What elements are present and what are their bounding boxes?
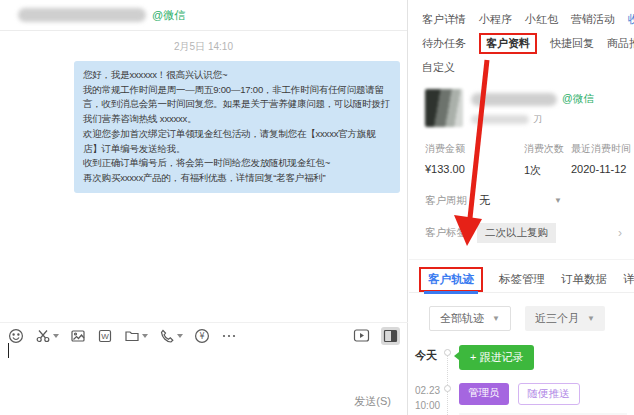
- stat-last-time: 最近消费时间 2020-11-12: [571, 142, 634, 178]
- tag-label: 客户标签: [425, 226, 467, 240]
- svg-text:¥: ¥: [199, 332, 204, 341]
- folder-dropdown-caret[interactable]: [142, 334, 148, 338]
- chevron-right-icon[interactable]: ›: [618, 226, 622, 240]
- collapse-label: 收起: [628, 12, 634, 27]
- tab-customer-details[interactable]: 客户详情: [422, 12, 466, 27]
- stat-last-time-value: 2020-11-12: [571, 163, 634, 175]
- timeline-dot: [444, 385, 451, 392]
- panel-sub-tabs: 客户轨迹 标签管理 订单数据 详细资料: [409, 259, 634, 293]
- collapse-button[interactable]: 收起: [628, 12, 634, 27]
- filter-all-trajectory[interactable]: 全部轨迹 ▼: [429, 306, 511, 331]
- panel-tabs-row1: 客户详情 小程序 小红包 营销活动 收起: [419, 12, 634, 27]
- customer-tag-chip[interactable]: 二次以上复购: [477, 223, 556, 243]
- cycle-dropdown-caret[interactable]: ▼: [554, 196, 562, 205]
- panel-tabs-row3: 自定义: [419, 60, 634, 75]
- entry-badges: 管理员 随便推送: [459, 383, 580, 405]
- folder-icon[interactable]: [124, 328, 148, 344]
- entry-time: 10:00: [415, 400, 440, 411]
- stat-amount: 消费金额 ¥133.00: [425, 142, 524, 178]
- filter-caret-icon: ▼: [587, 314, 595, 323]
- emoji-icon[interactable]: [8, 328, 24, 344]
- received-message-bubble: 您好，我是xxxxxx！很高兴认识您~ 我的常规工作时间是周一—周五9:00—1…: [74, 61, 400, 193]
- chat-input-toolbar: W ¥: [0, 322, 408, 348]
- app-window: { "watermark": { "text": "广深湾信息nzyRZ74" …: [0, 0, 634, 415]
- side-panel-toggle-icon[interactable]: [381, 327, 400, 345]
- more-tools-icon[interactable]: [221, 328, 237, 344]
- stat-count-label: 消费次数: [524, 142, 571, 156]
- customer-side-panel: 客户详情 小程序 小红包 营销活动 收起 待办任务 客户资料 快捷回复 商品推荐…: [409, 0, 634, 415]
- avatar: [425, 89, 463, 127]
- timeline-line: [447, 353, 448, 415]
- screenshot-dropdown-caret[interactable]: [53, 334, 59, 338]
- video-message-icon[interactable]: [353, 328, 370, 343]
- customer-wechat-tag: @微信: [562, 92, 594, 106]
- contact-wechat-tag: @微信: [152, 8, 185, 23]
- customer-tag-row: 客户标签 二次以上复购 ›: [425, 223, 624, 243]
- panel-tabs-row2: 待办任务 客户资料 快捷回复 商品推荐: [419, 36, 634, 51]
- screenshot-icon[interactable]: [35, 328, 59, 344]
- filter-caret-icon: ▼: [492, 314, 500, 323]
- stat-amount-value: ¥133.00: [425, 163, 524, 175]
- chat-pane: @微信 2月5日 14:10 您好，我是xxxxxx！很高兴认识您~ 我的常规工…: [0, 0, 408, 415]
- filter-range-label: 近三个月: [535, 311, 579, 326]
- timeline-entry-datetime: 02.23 10:00: [415, 383, 440, 413]
- sub-tab-order-data[interactable]: 订单数据: [561, 272, 607, 287]
- sub-tab-tag-management[interactable]: 标签管理: [499, 272, 545, 287]
- tab-red-packet[interactable]: 小红包: [525, 12, 558, 27]
- tab-product-recommend[interactable]: 商品推荐: [607, 36, 634, 51]
- customer-id-suffix: 刀: [533, 113, 542, 126]
- file-word-icon[interactable]: W: [97, 328, 113, 344]
- image-icon[interactable]: [70, 328, 86, 344]
- sub-tab-trajectory-box: 客户轨迹: [419, 267, 483, 292]
- customer-name-redacted: [471, 93, 557, 106]
- panel-tabs: 客户详情 小程序 小红包 营销活动 收起 待办任务 客户资料 快捷回复 商品推荐…: [409, 0, 634, 75]
- stat-last-time-label: 最近消费时间: [571, 142, 634, 156]
- tab-custom[interactable]: 自定义: [422, 60, 455, 75]
- customer-profile-card: @微信 刀: [425, 89, 634, 127]
- admin-badge: 管理员: [459, 383, 509, 405]
- customer-cycle-row: 客户周期 无 ▼: [425, 193, 624, 208]
- chat-header: @微信: [0, 0, 407, 31]
- contact-name-redacted: [18, 8, 146, 22]
- timeline-dot: [444, 349, 451, 356]
- filter-last-3-months[interactable]: 近三个月 ▼: [525, 306, 605, 331]
- cycle-select-value[interactable]: 无: [479, 193, 490, 208]
- tab-marketing[interactable]: 营销活动: [571, 12, 615, 27]
- trajectory-filters: 全部轨迹 ▼ 近三个月 ▼: [429, 306, 634, 331]
- send-button[interactable]: 发送(S): [354, 394, 391, 409]
- stat-count-value: 1次: [524, 163, 571, 178]
- red-packet-icon[interactable]: ¥: [194, 328, 210, 344]
- tab-quick-replies[interactable]: 快捷回复: [550, 36, 594, 51]
- call-icon[interactable]: [159, 328, 183, 344]
- filter-all-label: 全部轨迹: [440, 311, 484, 326]
- stat-count: 消费次数 1次: [524, 142, 571, 178]
- sub-tab-trajectory[interactable]: 客户轨迹: [428, 273, 474, 285]
- sub-tab-detail-info[interactable]: 详细资料: [623, 272, 634, 287]
- timeline-today-label: 今天: [415, 348, 437, 363]
- trajectory-timeline: 今天 + 跟进记录 02.23 10:00 管理员 随便推送 推送详情：111 …: [409, 345, 634, 415]
- add-followup-button[interactable]: + 跟进记录: [459, 345, 534, 370]
- push-type-badge: 随便推送: [518, 383, 580, 405]
- entry-date: 02.23: [415, 385, 440, 396]
- message-timestamp: 2月5日 14:10: [0, 40, 407, 54]
- call-dropdown-caret[interactable]: [177, 334, 183, 338]
- consumption-stats: 消费金额 ¥133.00 消费次数 1次 最近消费时间 2020-11-12: [409, 142, 634, 178]
- tab-mini-program[interactable]: 小程序: [479, 12, 512, 27]
- cycle-label: 客户周期: [425, 194, 467, 208]
- text-input-caret[interactable]: [8, 343, 9, 358]
- customer-id-redacted: [471, 115, 529, 124]
- svg-text:W: W: [101, 332, 109, 341]
- tab-todo-tasks[interactable]: 待办任务: [422, 36, 466, 51]
- stat-amount-label: 消费金额: [425, 142, 524, 156]
- tab-customer-profile[interactable]: 客户资料: [479, 33, 537, 54]
- profile-lines: @微信 刀: [471, 89, 594, 127]
